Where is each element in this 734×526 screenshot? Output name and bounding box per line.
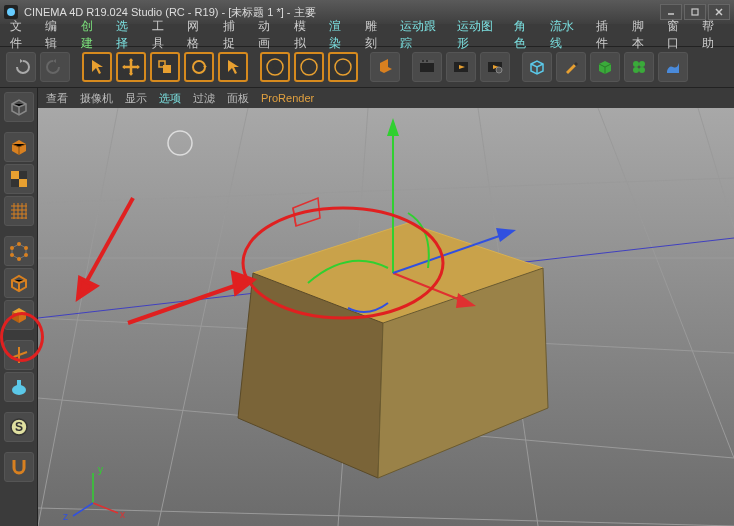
svg-point-16 bbox=[422, 60, 424, 62]
polygon-mode-button[interactable] bbox=[4, 300, 34, 330]
svg-rect-27 bbox=[11, 179, 19, 187]
svg-point-40 bbox=[24, 253, 28, 257]
move-tool-button[interactable] bbox=[116, 52, 146, 82]
axis-tweak-button[interactable] bbox=[4, 340, 34, 370]
menu-help[interactable]: 帮助 bbox=[698, 17, 727, 53]
svg-rect-14 bbox=[420, 62, 434, 72]
svg-text:y: y bbox=[98, 464, 103, 475]
svg-text:X: X bbox=[271, 61, 279, 73]
svg-text:Y: Y bbox=[305, 61, 313, 73]
mode-sidebar: S bbox=[0, 88, 38, 526]
primitive-cube-button[interactable] bbox=[522, 52, 552, 82]
menu-plugins[interactable]: 插件 bbox=[592, 17, 621, 53]
texture-mode-button[interactable] bbox=[4, 164, 34, 194]
deformer-button[interactable] bbox=[624, 52, 654, 82]
svg-point-38 bbox=[17, 242, 21, 246]
svg-rect-28 bbox=[19, 179, 27, 187]
edge-mode-button[interactable] bbox=[4, 268, 34, 298]
model-mode-button[interactable] bbox=[4, 132, 34, 162]
vpmenu-display[interactable]: 显示 bbox=[125, 91, 147, 106]
svg-point-0 bbox=[7, 8, 15, 16]
svg-point-17 bbox=[426, 60, 428, 62]
menu-file[interactable]: 文件 bbox=[6, 17, 35, 53]
menu-sculpt[interactable]: 雕刻 bbox=[361, 17, 390, 53]
menu-create[interactable]: 创建 bbox=[77, 17, 106, 53]
z-axis-button[interactable]: Z bbox=[328, 52, 358, 82]
menu-tools[interactable]: 工具 bbox=[148, 17, 177, 53]
viewport-menubar: 查看 摄像机 显示 选项 过滤 面板 ProRender bbox=[38, 88, 734, 108]
svg-text:x: x bbox=[120, 509, 125, 520]
spline-pen-button[interactable] bbox=[556, 52, 586, 82]
svg-rect-2 bbox=[692, 9, 698, 15]
svg-text:z: z bbox=[63, 511, 68, 522]
render-region-button[interactable] bbox=[446, 52, 476, 82]
menu-character[interactable]: 角色 bbox=[510, 17, 539, 53]
rotate-tool-button[interactable] bbox=[184, 52, 214, 82]
viewport[interactable]: 查看 摄像机 显示 选项 过滤 面板 ProRender 透视视图 bbox=[38, 88, 734, 526]
vpmenu-panel[interactable]: 面板 bbox=[227, 91, 249, 106]
svg-rect-5 bbox=[163, 65, 171, 73]
undo-button[interactable] bbox=[6, 52, 36, 82]
point-mode-button[interactable] bbox=[4, 236, 34, 266]
main-menubar: 文件 编辑 创建 选择 工具 网格 捕捉 动画 模拟 渲染 雕刻 运动跟踪 运动… bbox=[0, 24, 734, 46]
svg-point-43 bbox=[12, 385, 26, 395]
svg-rect-25 bbox=[11, 171, 19, 179]
snap-settings-button[interactable] bbox=[4, 452, 34, 482]
vpmenu-options[interactable]: 选项 bbox=[159, 91, 181, 106]
menu-render[interactable]: 渲染 bbox=[325, 17, 354, 53]
svg-rect-44 bbox=[17, 380, 21, 386]
render-view-button[interactable] bbox=[412, 52, 442, 82]
vpmenu-prorender[interactable]: ProRender bbox=[261, 92, 314, 104]
coord-system-button[interactable] bbox=[370, 52, 400, 82]
scale-tool-button[interactable] bbox=[150, 52, 180, 82]
svg-text:S: S bbox=[14, 420, 22, 434]
menu-animate[interactable]: 动画 bbox=[254, 17, 283, 53]
svg-point-39 bbox=[24, 246, 28, 250]
render-settings-button[interactable] bbox=[480, 52, 510, 82]
svg-point-24 bbox=[639, 67, 645, 73]
svg-point-23 bbox=[633, 67, 639, 73]
environment-button[interactable] bbox=[658, 52, 688, 82]
menu-mesh[interactable]: 网格 bbox=[183, 17, 212, 53]
svg-point-42 bbox=[10, 253, 14, 257]
make-editable-button[interactable] bbox=[4, 92, 34, 122]
redo-button[interactable] bbox=[40, 52, 70, 82]
vpmenu-filter[interactable]: 过滤 bbox=[193, 91, 215, 106]
menu-select[interactable]: 选择 bbox=[112, 17, 141, 53]
svg-point-20 bbox=[496, 67, 502, 73]
menu-capture[interactable]: 捕捉 bbox=[219, 17, 248, 53]
svg-point-41 bbox=[17, 257, 21, 261]
svg-point-37 bbox=[10, 246, 14, 250]
svg-point-22 bbox=[639, 61, 645, 67]
workplane-mode-button[interactable] bbox=[4, 196, 34, 226]
select-tool-button[interactable] bbox=[82, 52, 112, 82]
menu-motiontracker[interactable]: 运动跟踪 bbox=[396, 17, 447, 53]
menu-window[interactable]: 窗口 bbox=[663, 17, 692, 53]
recent-tool-button[interactable] bbox=[218, 52, 248, 82]
generator-button[interactable] bbox=[590, 52, 620, 82]
menu-edit[interactable]: 编辑 bbox=[41, 17, 70, 53]
menu-mograph[interactable]: 运动图形 bbox=[453, 17, 504, 53]
menu-pipeline[interactable]: 流水线 bbox=[546, 17, 586, 53]
menu-script[interactable]: 脚本 bbox=[628, 17, 657, 53]
vpmenu-camera[interactable]: 摄像机 bbox=[80, 91, 113, 106]
svg-rect-26 bbox=[19, 171, 27, 179]
viewport-solo-button[interactable] bbox=[4, 372, 34, 402]
x-axis-button[interactable]: X bbox=[260, 52, 290, 82]
menu-simulate[interactable]: 模拟 bbox=[290, 17, 319, 53]
vpmenu-view[interactable]: 查看 bbox=[46, 91, 68, 106]
svg-point-21 bbox=[633, 61, 639, 67]
snap-toggle-button[interactable]: S bbox=[4, 412, 34, 442]
svg-text:Z: Z bbox=[340, 61, 347, 73]
y-axis-button[interactable]: Y bbox=[294, 52, 324, 82]
viewport-canvas[interactable]: y x z bbox=[38, 108, 734, 526]
